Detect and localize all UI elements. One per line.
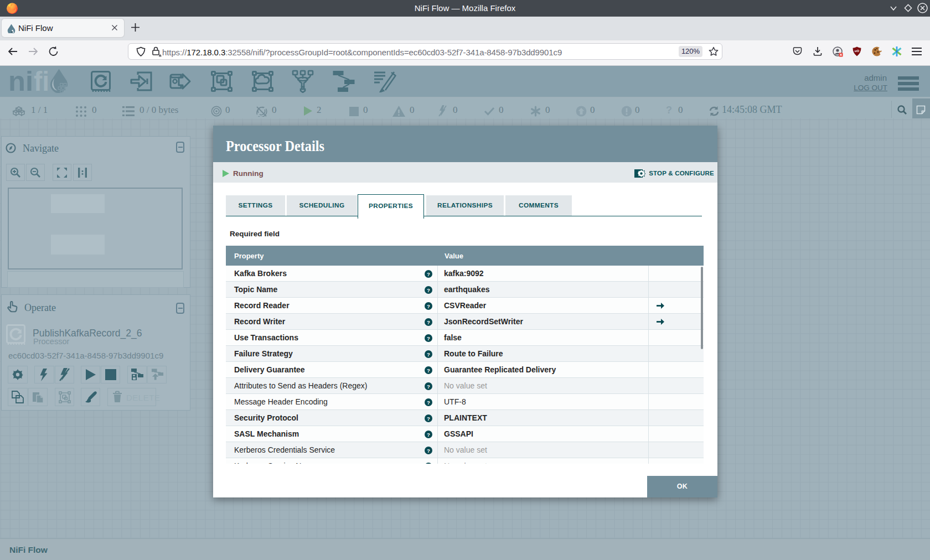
svg-text:?: ? xyxy=(427,463,430,464)
svg-text:fi: fi xyxy=(34,70,49,95)
svg-text:Processor Details: Processor Details xyxy=(226,138,324,154)
svg-text:?: ? xyxy=(427,319,430,325)
svg-text:?: ? xyxy=(427,335,430,341)
svg-text:uO: uO xyxy=(855,49,860,53)
svg-text:?: ? xyxy=(427,351,430,357)
svg-text:?: ? xyxy=(427,383,430,389)
svg-text:?: ? xyxy=(427,367,430,373)
svg-text:?: ? xyxy=(427,431,430,437)
svg-text:?: ? xyxy=(427,447,430,453)
svg-text:?: ? xyxy=(427,271,430,277)
svg-text:?: ? xyxy=(427,415,430,421)
svg-text:ni: ni xyxy=(8,70,33,95)
svg-text:?: ? xyxy=(427,303,430,309)
svg-text:?: ? xyxy=(427,399,430,405)
svg-text:?: ? xyxy=(427,287,430,293)
